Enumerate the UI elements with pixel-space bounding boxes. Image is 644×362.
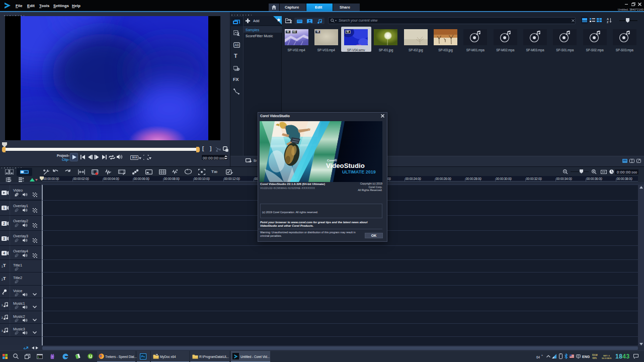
svg-text:1: 1	[3, 207, 5, 210]
svg-text:ULTIMATE 2019: ULTIMATE 2019	[342, 169, 376, 174]
svg-text:Z: Z	[607, 21, 609, 23]
svg-text:4: 4	[3, 251, 5, 255]
svg-text:2: 2	[3, 222, 5, 225]
svg-text:VideoStudio: VideoStudio	[326, 162, 365, 169]
svg-text:3: 3	[3, 237, 5, 240]
svg-text:AB: AB	[234, 43, 239, 47]
